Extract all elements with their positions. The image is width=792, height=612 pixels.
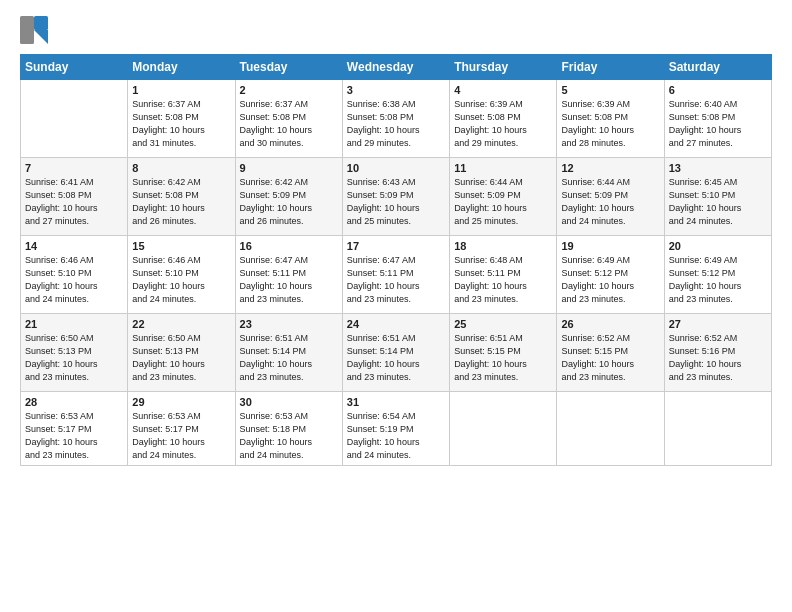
day-cell: 16Sunrise: 6:47 AM Sunset: 5:11 PM Dayli… [235,236,342,314]
day-info: Sunrise: 6:47 AM Sunset: 5:11 PM Dayligh… [347,254,445,306]
calendar-table: SundayMondayTuesdayWednesdayThursdayFrid… [20,54,772,466]
day-cell: 21Sunrise: 6:50 AM Sunset: 5:13 PM Dayli… [21,314,128,392]
day-number: 6 [669,84,767,96]
day-number: 27 [669,318,767,330]
day-number: 19 [561,240,659,252]
day-cell: 31Sunrise: 6:54 AM Sunset: 5:19 PM Dayli… [342,392,449,466]
svg-marker-2 [34,30,48,44]
day-info: Sunrise: 6:46 AM Sunset: 5:10 PM Dayligh… [25,254,123,306]
day-number: 2 [240,84,338,96]
day-cell: 19Sunrise: 6:49 AM Sunset: 5:12 PM Dayli… [557,236,664,314]
day-number: 25 [454,318,552,330]
logo [20,16,52,44]
day-cell: 22Sunrise: 6:50 AM Sunset: 5:13 PM Dayli… [128,314,235,392]
day-cell: 11Sunrise: 6:44 AM Sunset: 5:09 PM Dayli… [450,158,557,236]
header [20,16,772,44]
col-header-sunday: Sunday [21,55,128,80]
day-cell: 10Sunrise: 6:43 AM Sunset: 5:09 PM Dayli… [342,158,449,236]
day-number: 5 [561,84,659,96]
day-number: 23 [240,318,338,330]
day-number: 15 [132,240,230,252]
day-cell: 8Sunrise: 6:42 AM Sunset: 5:08 PM Daylig… [128,158,235,236]
day-info: Sunrise: 6:38 AM Sunset: 5:08 PM Dayligh… [347,98,445,150]
day-info: Sunrise: 6:50 AM Sunset: 5:13 PM Dayligh… [132,332,230,384]
day-number: 22 [132,318,230,330]
day-info: Sunrise: 6:39 AM Sunset: 5:08 PM Dayligh… [561,98,659,150]
day-cell: 17Sunrise: 6:47 AM Sunset: 5:11 PM Dayli… [342,236,449,314]
day-cell: 5Sunrise: 6:39 AM Sunset: 5:08 PM Daylig… [557,80,664,158]
day-number: 11 [454,162,552,174]
day-cell: 25Sunrise: 6:51 AM Sunset: 5:15 PM Dayli… [450,314,557,392]
day-info: Sunrise: 6:52 AM Sunset: 5:16 PM Dayligh… [669,332,767,384]
day-cell: 29Sunrise: 6:53 AM Sunset: 5:17 PM Dayli… [128,392,235,466]
day-number: 1 [132,84,230,96]
day-cell: 1Sunrise: 6:37 AM Sunset: 5:08 PM Daylig… [128,80,235,158]
day-info: Sunrise: 6:49 AM Sunset: 5:12 PM Dayligh… [561,254,659,306]
week-row-5: 28Sunrise: 6:53 AM Sunset: 5:17 PM Dayli… [21,392,772,466]
day-info: Sunrise: 6:48 AM Sunset: 5:11 PM Dayligh… [454,254,552,306]
day-info: Sunrise: 6:39 AM Sunset: 5:08 PM Dayligh… [454,98,552,150]
day-number: 10 [347,162,445,174]
day-cell: 9Sunrise: 6:42 AM Sunset: 5:09 PM Daylig… [235,158,342,236]
day-cell: 7Sunrise: 6:41 AM Sunset: 5:08 PM Daylig… [21,158,128,236]
day-number: 13 [669,162,767,174]
day-number: 8 [132,162,230,174]
week-row-2: 7Sunrise: 6:41 AM Sunset: 5:08 PM Daylig… [21,158,772,236]
week-row-3: 14Sunrise: 6:46 AM Sunset: 5:10 PM Dayli… [21,236,772,314]
day-cell: 12Sunrise: 6:44 AM Sunset: 5:09 PM Dayli… [557,158,664,236]
day-info: Sunrise: 6:47 AM Sunset: 5:11 PM Dayligh… [240,254,338,306]
day-number: 21 [25,318,123,330]
day-number: 29 [132,396,230,408]
day-info: Sunrise: 6:51 AM Sunset: 5:14 PM Dayligh… [240,332,338,384]
day-number: 16 [240,240,338,252]
day-info: Sunrise: 6:40 AM Sunset: 5:08 PM Dayligh… [669,98,767,150]
col-header-thursday: Thursday [450,55,557,80]
day-cell: 15Sunrise: 6:46 AM Sunset: 5:10 PM Dayli… [128,236,235,314]
day-cell [21,80,128,158]
day-number: 26 [561,318,659,330]
day-info: Sunrise: 6:51 AM Sunset: 5:14 PM Dayligh… [347,332,445,384]
day-info: Sunrise: 6:45 AM Sunset: 5:10 PM Dayligh… [669,176,767,228]
day-info: Sunrise: 6:54 AM Sunset: 5:19 PM Dayligh… [347,410,445,462]
day-cell: 26Sunrise: 6:52 AM Sunset: 5:15 PM Dayli… [557,314,664,392]
day-cell: 14Sunrise: 6:46 AM Sunset: 5:10 PM Dayli… [21,236,128,314]
day-info: Sunrise: 6:37 AM Sunset: 5:08 PM Dayligh… [132,98,230,150]
day-info: Sunrise: 6:44 AM Sunset: 5:09 PM Dayligh… [561,176,659,228]
col-header-monday: Monday [128,55,235,80]
day-info: Sunrise: 6:44 AM Sunset: 5:09 PM Dayligh… [454,176,552,228]
day-cell [450,392,557,466]
day-cell: 28Sunrise: 6:53 AM Sunset: 5:17 PM Dayli… [21,392,128,466]
day-cell: 2Sunrise: 6:37 AM Sunset: 5:08 PM Daylig… [235,80,342,158]
day-number: 17 [347,240,445,252]
col-header-tuesday: Tuesday [235,55,342,80]
day-info: Sunrise: 6:51 AM Sunset: 5:15 PM Dayligh… [454,332,552,384]
day-number: 24 [347,318,445,330]
day-cell: 6Sunrise: 6:40 AM Sunset: 5:08 PM Daylig… [664,80,771,158]
day-number: 18 [454,240,552,252]
day-number: 31 [347,396,445,408]
day-cell: 3Sunrise: 6:38 AM Sunset: 5:08 PM Daylig… [342,80,449,158]
day-number: 7 [25,162,123,174]
day-number: 3 [347,84,445,96]
day-number: 12 [561,162,659,174]
day-info: Sunrise: 6:41 AM Sunset: 5:08 PM Dayligh… [25,176,123,228]
day-number: 20 [669,240,767,252]
day-cell: 27Sunrise: 6:52 AM Sunset: 5:16 PM Dayli… [664,314,771,392]
day-number: 14 [25,240,123,252]
col-header-saturday: Saturday [664,55,771,80]
day-cell [557,392,664,466]
day-number: 30 [240,396,338,408]
day-number: 4 [454,84,552,96]
day-cell: 20Sunrise: 6:49 AM Sunset: 5:12 PM Dayli… [664,236,771,314]
day-info: Sunrise: 6:50 AM Sunset: 5:13 PM Dayligh… [25,332,123,384]
day-info: Sunrise: 6:43 AM Sunset: 5:09 PM Dayligh… [347,176,445,228]
day-info: Sunrise: 6:52 AM Sunset: 5:15 PM Dayligh… [561,332,659,384]
col-header-friday: Friday [557,55,664,80]
day-info: Sunrise: 6:42 AM Sunset: 5:09 PM Dayligh… [240,176,338,228]
day-cell: 24Sunrise: 6:51 AM Sunset: 5:14 PM Dayli… [342,314,449,392]
header-row: SundayMondayTuesdayWednesdayThursdayFrid… [21,55,772,80]
day-number: 28 [25,396,123,408]
svg-rect-0 [20,16,34,44]
day-info: Sunrise: 6:37 AM Sunset: 5:08 PM Dayligh… [240,98,338,150]
svg-rect-1 [34,16,48,30]
